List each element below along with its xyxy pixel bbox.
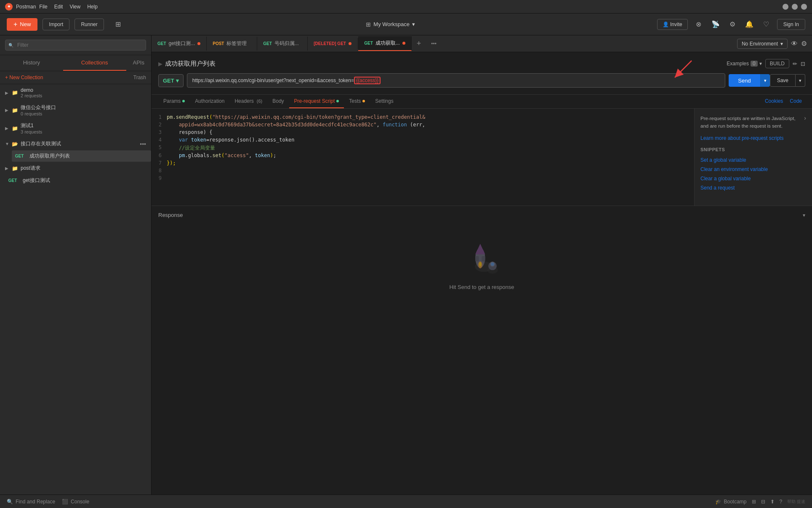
tab-deleted-get[interactable]: [DELETED] GET (308, 38, 358, 49)
grid-button[interactable]: ⊟ (761, 499, 765, 505)
snippet-clear-env[interactable]: Clear an environment variable (700, 165, 806, 174)
folder-icon: 📁 (12, 166, 18, 171)
list-item: ▶ 📁 demo 2 requests (0, 84, 151, 101)
menu-edit[interactable]: Edit (54, 4, 63, 10)
more-icon[interactable]: ••• (140, 141, 146, 147)
minimize-button[interactable]: — (783, 4, 788, 10)
maximize-button[interactable]: ⊡ (801, 61, 805, 67)
title-bar: ✦ Postman File Edit View Help — □ ✕ (0, 0, 812, 13)
edit-button[interactable]: ✏ (793, 61, 797, 67)
examples-button[interactable]: Examples 0 ▾ (727, 61, 761, 67)
snippet-clear-global[interactable]: Clear a global variable (700, 174, 806, 183)
notification-icon-btn[interactable]: 🔔 (743, 19, 755, 30)
tab-collections[interactable]: Collections (63, 55, 126, 71)
line-number: 1 (152, 114, 167, 121)
collapse-response-button[interactable]: ▾ (803, 212, 805, 218)
caret-icon: ▶ (5, 108, 10, 112)
save-button[interactable]: Save (770, 74, 796, 87)
response-hint: Hit Send to get a response (450, 284, 514, 290)
heart-icon-btn[interactable]: ♡ (760, 19, 772, 30)
tab-body[interactable]: Body (267, 95, 289, 108)
trash-button[interactable]: Trash (133, 75, 146, 80)
tab-get-haoma[interactable]: GET 号码归属... (257, 37, 308, 51)
save-dropdown-button[interactable]: ▾ (796, 74, 805, 87)
code-link[interactable]: Code (786, 95, 805, 108)
folder-icon: 📁 (12, 126, 18, 131)
menu-help[interactable]: Help (87, 4, 98, 10)
collection-wechat[interactable]: ▶ 📁 微信公众号接口 0 requests (0, 101, 151, 119)
caret-icon: ▶ (5, 166, 10, 171)
layout-toggle-button[interactable]: ⊞ (752, 499, 756, 505)
tab-get-jiekou[interactable]: GET get接口测... (152, 37, 207, 51)
tab-name: 标签管理 (226, 40, 247, 47)
search-input[interactable] (5, 40, 146, 51)
import-button[interactable]: Import (43, 19, 69, 30)
find-replace-button[interactable]: 🔍 Find and Replace (7, 499, 55, 505)
bootcamp-button[interactable]: 🎓 Bootcamp (715, 499, 747, 505)
env-dropdown[interactable]: No Environment ▾ (737, 39, 788, 49)
snippet-set-global[interactable]: Set a global variable (700, 155, 806, 165)
close-button[interactable]: ✕ (801, 4, 807, 10)
request-item[interactable]: GET get接口测试 (0, 175, 151, 186)
params-dot (182, 100, 185, 102)
collection-jiekou[interactable]: ▼ 📂 接口存在关联测试 ••• (0, 137, 151, 150)
method-select[interactable]: GET ▾ (158, 74, 184, 87)
collection-test1[interactable]: ▶ 📁 测试1 3 requests (0, 119, 151, 137)
build-button[interactable]: BUILD (765, 59, 789, 68)
env-eye-button[interactable]: 👁 (791, 40, 798, 48)
tab-authorization[interactable]: Authorization (190, 95, 229, 108)
new-collection-button[interactable]: + New Collection (5, 75, 43, 80)
postman-logo: ✦ (5, 3, 13, 11)
add-tab-button[interactable]: + (412, 36, 426, 51)
satellite-icon-btn[interactable]: 📡 (710, 19, 721, 30)
console-button[interactable]: ⬛ Console (62, 499, 89, 505)
line-content: }); (167, 160, 694, 167)
menu-file[interactable]: File (39, 4, 47, 10)
layout-icon-btn[interactable]: ⊞ (112, 19, 124, 30)
sync-off-icon-btn[interactable]: ⊗ (693, 19, 705, 30)
collection-demo[interactable]: ▶ 📁 demo 2 requests (0, 84, 151, 101)
invite-button[interactable]: 👤 Invite (657, 19, 688, 30)
tab-apis[interactable]: APIs (126, 55, 151, 71)
tab-params[interactable]: Params (158, 95, 190, 108)
send-button[interactable]: Send (729, 74, 760, 87)
runner-button[interactable]: Runner (75, 19, 104, 30)
workspace-button[interactable]: ⊞ My Workspace ▾ (366, 21, 415, 28)
request-name: 成功获取用户列表 (29, 152, 70, 160)
list-item: ▶ 📁 post请求 (0, 162, 151, 175)
code-editor[interactable]: 1 pm.sendRequest("https://api.weixin.qq.… (152, 109, 694, 206)
collection-post[interactable]: ▶ 📁 post请求 (0, 162, 151, 175)
maximize-button[interactable]: □ (792, 4, 798, 10)
sync-button[interactable]: ⬆ (770, 499, 775, 505)
tab-headers[interactable]: Headers (6) (229, 95, 267, 108)
help-button[interactable]: ? (780, 499, 783, 505)
send-dropdown-button[interactable]: ▾ (760, 74, 770, 87)
learn-more-link[interactable]: Learn more about pre-request scripts (700, 135, 783, 141)
expand-icon[interactable]: › (804, 115, 806, 121)
line-content: var token=response.json().access_token (167, 137, 694, 144)
tab-post-biaoqian[interactable]: POST 标签管理 (207, 37, 257, 51)
sign-in-button[interactable]: Sign In (777, 19, 805, 30)
tab-method-label: POST (213, 41, 224, 46)
new-button[interactable]: + New (7, 18, 37, 31)
tab-history[interactable]: History (0, 55, 63, 71)
cookies-link[interactable]: Cookies (765, 95, 783, 108)
tab-get-success[interactable]: GET 成功获取... (358, 36, 412, 51)
more-tabs-button[interactable]: ••• (426, 37, 442, 50)
tab-right-actions: Cookies Code (765, 95, 805, 108)
tabs-bar: GET get接口测... POST 标签管理 GET 号码归属... [DEL… (152, 35, 812, 52)
breadcrumb-arrow: ▶ (158, 61, 162, 67)
request-item-active[interactable]: GET 成功获取用户列表 (12, 150, 151, 162)
toolbar: + New Import Runner ⊞ ⊞ My Workspace ▾ 👤… (0, 13, 812, 35)
tab-name: 成功获取... (375, 40, 400, 47)
url-display[interactable]: https://api.weixin.qq.com/cgi-bin/user/g… (187, 73, 726, 88)
tab-settings[interactable]: Settings (370, 95, 398, 108)
sidebar: History Collections APIs + New Collectio… (0, 35, 152, 495)
settings-icon-btn[interactable]: ⚙ (727, 19, 738, 30)
tab-pre-request-script[interactable]: Pre-request Script (289, 95, 344, 108)
collection-name: 测试1 (21, 122, 146, 129)
menu-view[interactable]: View (69, 4, 80, 10)
snippet-send-request[interactable]: Send a request (700, 183, 806, 193)
tab-tests[interactable]: Tests (344, 95, 370, 108)
env-settings-button[interactable]: ⚙ (801, 40, 807, 48)
